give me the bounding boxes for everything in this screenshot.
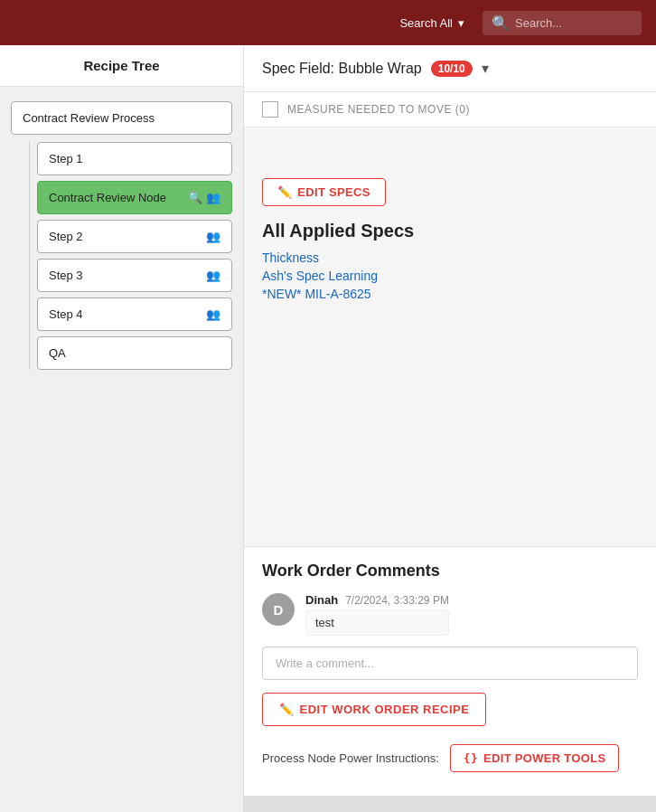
tree-node-step3[interactable]: Step 3 👥 (37, 259, 232, 292)
tree-root-node[interactable]: Contract Review Process (11, 101, 232, 135)
spec-field-title: Spec Field: Bubble Wrap (262, 61, 422, 77)
pencil-icon: ✏️ (277, 185, 292, 199)
tree-node-contract-review[interactable]: Contract Review Node 🔍 👥 (37, 181, 232, 214)
comments-heading: Work Order Comments (262, 562, 638, 581)
node-icons: 🔍 👥 (188, 191, 220, 204)
tree-root-label: Contract Review Process (23, 111, 155, 125)
step3-group-icon: 👥 (206, 269, 220, 282)
spec-link-thickness[interactable]: Thickness (262, 250, 638, 265)
comment-text: test (305, 609, 449, 636)
tree-node-qa[interactable]: QA (37, 336, 232, 370)
pencil-icon-recipe: ✏️ (279, 703, 295, 716)
all-applied-specs-heading: All Applied Specs (244, 213, 656, 250)
sidebar-title: Recipe Tree (0, 45, 243, 87)
search-box: 🔍 (483, 11, 642, 35)
main-layout: Recipe Tree Contract Review Process Step… (0, 45, 656, 812)
spec-field-header: Spec Field: Bubble Wrap 10/10 ▾ (244, 45, 656, 92)
measure-checkbox[interactable] (262, 101, 278, 118)
comment-author-row: Dinah 7/2/2024, 3:33:29 PM (305, 593, 449, 607)
chevron-down-icon: ▾ (458, 16, 464, 30)
tree-children: Step 1 Contract Review Node 🔍 👥 (29, 142, 232, 370)
brace-icon: {} (464, 751, 478, 765)
content-spacer (244, 127, 656, 164)
measure-label: MEASURE NEEDED TO MOVE (0) (287, 103, 470, 116)
tree-node-step2[interactable]: Step 2 👥 (37, 220, 232, 253)
comment-timestamp: 7/2/2024, 3:33:29 PM (345, 594, 449, 607)
bottom-scrollbar (244, 796, 656, 812)
spec-field-chevron-button[interactable]: ▾ (482, 60, 489, 77)
comment-body: Dinah 7/2/2024, 3:33:29 PM test (305, 593, 449, 636)
edit-specs-button[interactable]: ✏️ EDIT SPECS (262, 178, 386, 206)
measure-row: MEASURE NEEDED TO MOVE (0) (244, 92, 656, 127)
comments-section: Work Order Comments D Dinah 7/2/2024, 3:… (244, 546, 656, 796)
spec-badge: 10/10 (431, 61, 473, 77)
search-input[interactable] (515, 16, 633, 30)
comment-author: Dinah (305, 593, 338, 607)
step2-group-icon: 👥 (206, 230, 220, 243)
tree-node-step1[interactable]: Step 1 (37, 142, 232, 175)
search-person-icon: 🔍 (188, 191, 202, 204)
edit-specs-section: ✏️ EDIT SPECS (244, 164, 656, 213)
comment-input[interactable]: Write a comment... (262, 647, 638, 680)
step1-label: Step 1 (49, 152, 83, 165)
edit-work-order-recipe-button[interactable]: ✏️ EDIT WORK ORDER RECIPE (262, 693, 486, 726)
tree-node-step4[interactable]: Step 4 👥 (37, 297, 232, 331)
comment-placeholder: Write a comment... (276, 656, 374, 670)
large-spacer (244, 319, 656, 546)
spec-links: Thickness Ash's Spec Learning *NEW* MIL-… (244, 250, 656, 319)
spec-link-mila[interactable]: *NEW* MIL-A-8625 (262, 287, 638, 301)
process-node-row: Process Node Power Instructions: {} EDIT… (262, 735, 638, 778)
spec-link-ash[interactable]: Ash's Spec Learning (262, 269, 638, 283)
comment-item: D Dinah 7/2/2024, 3:33:29 PM test (262, 593, 638, 636)
sidebar: Recipe Tree Contract Review Process Step… (0, 45, 244, 812)
group-icon: 👥 (206, 191, 220, 204)
edit-power-tools-button[interactable]: {} EDIT POWER TOOLS (450, 744, 620, 772)
tree-container: Contract Review Process Step 1 Contract … (0, 87, 243, 384)
comment-avatar: D (262, 593, 295, 626)
process-node-label: Process Node Power Instructions: (262, 751, 439, 765)
top-nav: Search All ▾ 🔍 (0, 0, 656, 45)
step4-group-icon: 👥 (206, 307, 220, 321)
contract-review-label: Contract Review Node (49, 191, 166, 204)
search-all-button[interactable]: Search All ▾ (392, 13, 472, 33)
action-buttons: ✏️ EDIT WORK ORDER RECIPE Process Node P… (262, 693, 638, 781)
content-area: Spec Field: Bubble Wrap 10/10 ▾ MEASURE … (244, 45, 656, 812)
search-icon: 🔍 (492, 14, 510, 32)
search-all-label: Search All (399, 16, 453, 30)
